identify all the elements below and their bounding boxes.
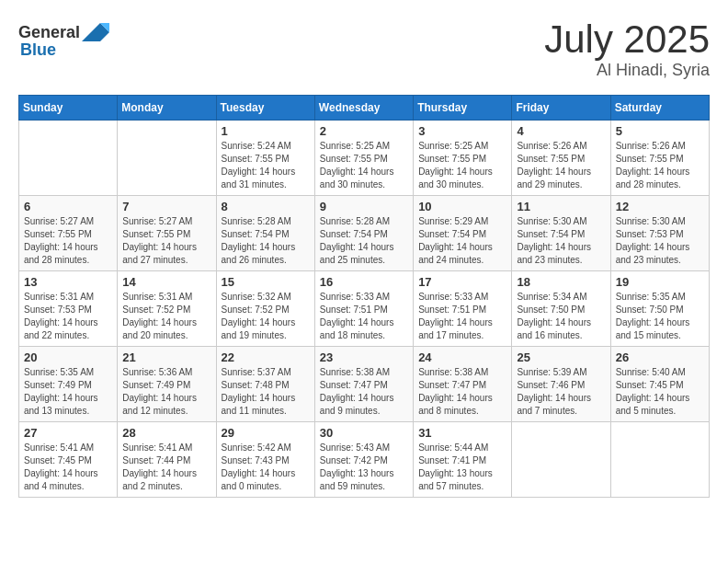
calendar-cell: 10Sunrise: 5:29 AMSunset: 7:54 PMDayligh… xyxy=(414,196,512,271)
day-info: Sunrise: 5:33 AMSunset: 7:51 PMDaylight:… xyxy=(320,291,408,342)
day-info: Sunrise: 5:32 AMSunset: 7:52 PMDaylight:… xyxy=(222,291,310,342)
day-number: 23 xyxy=(320,350,408,364)
calendar-cell: 28Sunrise: 5:41 AMSunset: 7:44 PMDayligh… xyxy=(118,422,216,498)
day-info: Sunrise: 5:43 AMSunset: 7:42 PMDaylight:… xyxy=(320,442,408,493)
calendar-cell: 6Sunrise: 5:27 AMSunset: 7:55 PMDaylight… xyxy=(19,196,118,271)
calendar-cell xyxy=(19,121,118,196)
day-number: 7 xyxy=(122,200,210,213)
calendar-cell: 26Sunrise: 5:40 AMSunset: 7:45 PMDayligh… xyxy=(610,347,709,422)
calendar-cell: 17Sunrise: 5:33 AMSunset: 7:51 PMDayligh… xyxy=(414,271,512,347)
day-info: Sunrise: 5:36 AMSunset: 7:49 PMDaylight:… xyxy=(122,366,210,418)
day-info: Sunrise: 5:30 AMSunset: 7:54 PMDaylight:… xyxy=(517,215,605,267)
calendar-week-row: 6Sunrise: 5:27 AMSunset: 7:55 PMDaylight… xyxy=(19,196,710,271)
day-number: 4 xyxy=(517,124,605,138)
calendar-cell: 5Sunrise: 5:26 AMSunset: 7:55 PMDaylight… xyxy=(610,121,709,196)
weekday-header: Saturday xyxy=(610,96,709,121)
calendar-cell xyxy=(610,422,709,498)
day-info: Sunrise: 5:29 AMSunset: 7:54 PMDaylight:… xyxy=(418,215,506,267)
calendar-cell: 24Sunrise: 5:38 AMSunset: 7:47 PMDayligh… xyxy=(414,347,512,422)
logo-icon xyxy=(82,18,109,46)
day-info: Sunrise: 5:40 AMSunset: 7:45 PMDaylight:… xyxy=(616,366,704,418)
day-info: Sunrise: 5:24 AMSunset: 7:55 PMDaylight:… xyxy=(222,140,310,191)
weekday-header: Thursday xyxy=(414,96,512,121)
day-number: 28 xyxy=(122,426,210,440)
day-info: Sunrise: 5:33 AMSunset: 7:51 PMDaylight:… xyxy=(418,291,506,342)
calendar-cell: 23Sunrise: 5:38 AMSunset: 7:47 PMDayligh… xyxy=(314,347,413,422)
calendar-cell: 30Sunrise: 5:43 AMSunset: 7:42 PMDayligh… xyxy=(314,422,413,498)
day-number: 18 xyxy=(517,275,605,289)
logo: General Blue xyxy=(18,18,109,60)
day-info: Sunrise: 5:31 AMSunset: 7:53 PMDaylight:… xyxy=(24,291,112,342)
weekday-header: Tuesday xyxy=(216,96,314,121)
day-info: Sunrise: 5:27 AMSunset: 7:55 PMDaylight:… xyxy=(122,215,210,267)
day-number: 25 xyxy=(517,350,605,364)
day-info: Sunrise: 5:42 AMSunset: 7:43 PMDaylight:… xyxy=(222,442,310,493)
calendar-cell: 12Sunrise: 5:30 AMSunset: 7:53 PMDayligh… xyxy=(610,196,709,271)
day-info: Sunrise: 5:39 AMSunset: 7:46 PMDaylight:… xyxy=(517,366,605,418)
day-number: 2 xyxy=(320,124,408,138)
calendar-cell: 25Sunrise: 5:39 AMSunset: 7:46 PMDayligh… xyxy=(512,347,610,422)
calendar-cell: 16Sunrise: 5:33 AMSunset: 7:51 PMDayligh… xyxy=(314,271,413,347)
day-info: Sunrise: 5:25 AMSunset: 7:55 PMDaylight:… xyxy=(320,140,408,191)
day-info: Sunrise: 5:37 AMSunset: 7:48 PMDaylight:… xyxy=(222,366,310,418)
day-number: 30 xyxy=(320,426,408,440)
day-info: Sunrise: 5:28 AMSunset: 7:54 PMDaylight:… xyxy=(320,215,408,267)
calendar-cell xyxy=(118,121,216,196)
calendar-cell: 29Sunrise: 5:42 AMSunset: 7:43 PMDayligh… xyxy=(216,422,314,498)
calendar-cell: 2Sunrise: 5:25 AMSunset: 7:55 PMDaylight… xyxy=(314,121,413,196)
location-title: Al Hinadi, Syria xyxy=(544,61,710,80)
calendar-cell: 27Sunrise: 5:41 AMSunset: 7:45 PMDayligh… xyxy=(19,422,118,498)
weekday-header-row: SundayMondayTuesdayWednesdayThursdayFrid… xyxy=(19,96,710,121)
day-info: Sunrise: 5:26 AMSunset: 7:55 PMDaylight:… xyxy=(616,140,704,191)
calendar-cell: 19Sunrise: 5:35 AMSunset: 7:50 PMDayligh… xyxy=(610,271,709,347)
calendar-cell: 7Sunrise: 5:27 AMSunset: 7:55 PMDaylight… xyxy=(118,196,216,271)
day-number: 19 xyxy=(616,275,704,289)
calendar-cell: 22Sunrise: 5:37 AMSunset: 7:48 PMDayligh… xyxy=(216,347,314,422)
calendar-cell: 8Sunrise: 5:28 AMSunset: 7:54 PMDaylight… xyxy=(216,196,314,271)
logo-text-general: General xyxy=(18,23,80,42)
calendar-cell: 1Sunrise: 5:24 AMSunset: 7:55 PMDaylight… xyxy=(216,121,314,196)
day-number: 5 xyxy=(616,124,704,138)
day-number: 27 xyxy=(24,426,112,440)
calendar-cell: 9Sunrise: 5:28 AMSunset: 7:54 PMDaylight… xyxy=(314,196,413,271)
logo-text-blue: Blue xyxy=(20,40,56,60)
day-info: Sunrise: 5:30 AMSunset: 7:53 PMDaylight:… xyxy=(616,215,704,267)
month-title: July 2025 xyxy=(544,18,710,61)
day-info: Sunrise: 5:38 AMSunset: 7:47 PMDaylight:… xyxy=(320,366,408,418)
day-number: 8 xyxy=(222,200,310,213)
day-info: Sunrise: 5:38 AMSunset: 7:47 PMDaylight:… xyxy=(418,366,506,418)
weekday-header: Friday xyxy=(512,96,610,121)
day-info: Sunrise: 5:41 AMSunset: 7:45 PMDaylight:… xyxy=(24,442,112,493)
calendar-cell: 4Sunrise: 5:26 AMSunset: 7:55 PMDaylight… xyxy=(512,121,610,196)
calendar-week-row: 1Sunrise: 5:24 AMSunset: 7:55 PMDaylight… xyxy=(19,121,710,196)
day-number: 26 xyxy=(616,350,704,364)
day-number: 17 xyxy=(418,275,506,289)
weekday-header: Monday xyxy=(118,96,216,121)
calendar-cell: 11Sunrise: 5:30 AMSunset: 7:54 PMDayligh… xyxy=(512,196,610,271)
day-info: Sunrise: 5:41 AMSunset: 7:44 PMDaylight:… xyxy=(122,442,210,493)
calendar-week-row: 27Sunrise: 5:41 AMSunset: 7:45 PMDayligh… xyxy=(19,422,710,498)
day-number: 13 xyxy=(24,275,112,289)
day-info: Sunrise: 5:25 AMSunset: 7:55 PMDaylight:… xyxy=(418,140,506,191)
day-number: 10 xyxy=(418,200,506,213)
weekday-header: Wednesday xyxy=(314,96,413,121)
day-number: 29 xyxy=(222,426,310,440)
calendar-cell: 31Sunrise: 5:44 AMSunset: 7:41 PMDayligh… xyxy=(414,422,512,498)
day-number: 21 xyxy=(122,350,210,364)
calendar-cell: 18Sunrise: 5:34 AMSunset: 7:50 PMDayligh… xyxy=(512,271,610,347)
calendar-table: SundayMondayTuesdayWednesdayThursdayFrid… xyxy=(18,95,710,498)
page-header: General Blue July 2025 Al Hinadi, Syria xyxy=(18,18,710,80)
day-number: 15 xyxy=(222,275,310,289)
calendar-cell: 20Sunrise: 5:35 AMSunset: 7:49 PMDayligh… xyxy=(19,347,118,422)
day-info: Sunrise: 5:44 AMSunset: 7:41 PMDaylight:… xyxy=(418,442,506,493)
weekday-header: Sunday xyxy=(19,96,118,121)
day-number: 22 xyxy=(222,350,310,364)
day-number: 1 xyxy=(222,124,310,138)
day-info: Sunrise: 5:26 AMSunset: 7:55 PMDaylight:… xyxy=(517,140,605,191)
day-number: 3 xyxy=(418,124,506,138)
day-number: 12 xyxy=(616,200,704,213)
day-info: Sunrise: 5:35 AMSunset: 7:50 PMDaylight:… xyxy=(616,291,704,342)
day-number: 9 xyxy=(320,200,408,213)
day-number: 20 xyxy=(24,350,112,364)
day-number: 16 xyxy=(320,275,408,289)
